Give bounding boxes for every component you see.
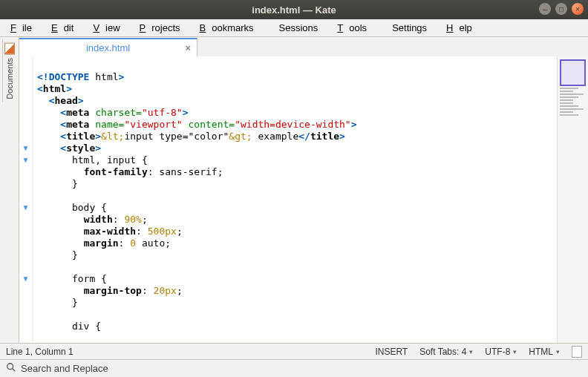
code-line: font-family: sans-serif; (37, 166, 552, 178)
fold-marker[interactable] (19, 309, 32, 321)
fold-marker[interactable] (19, 297, 32, 309)
code-line (37, 59, 552, 71)
menu-help[interactable]: Help (440, 21, 484, 35)
window-title: index.html — Kate (252, 4, 336, 16)
menu-sessions[interactable]: Sessions (267, 21, 330, 35)
svg-point-0 (7, 364, 13, 370)
code-line: <style> (37, 142, 552, 154)
code-line: <title>&lt;input type="color"&gt; exampl… (37, 131, 552, 142)
window-controls: – □ × (539, 3, 584, 15)
search-replace-bar[interactable]: Search and Replace (0, 359, 588, 377)
svg-line-1 (13, 369, 16, 372)
menu-file[interactable]: File (4, 21, 44, 35)
filetype[interactable]: HTML ▾ (529, 347, 560, 357)
tab-width[interactable]: Soft Tabs: 4 ▾ (419, 347, 473, 357)
search-icon (6, 362, 16, 375)
fold-marker[interactable] (19, 321, 32, 332)
fold-marker[interactable] (19, 178, 32, 190)
fold-gutter[interactable]: ▼▼▼▼ (19, 56, 33, 343)
fold-marker[interactable]: ▼ (19, 202, 32, 214)
code-line (37, 309, 552, 321)
fold-marker[interactable] (19, 95, 32, 107)
code-line: div { (37, 321, 552, 332)
edit-mode[interactable]: INSERT (375, 347, 408, 357)
code-line: max-width: 500px; (37, 226, 552, 237)
code-line: <meta charset="utf-8"> (37, 107, 552, 119)
code-area[interactable]: <!DOCTYPE html><html> <head> <meta chars… (33, 56, 557, 343)
menu-settings[interactable]: Settings (380, 21, 439, 35)
fold-marker[interactable]: ▼ (19, 273, 32, 285)
fold-marker[interactable] (19, 166, 32, 178)
menu-tools[interactable]: Tools (331, 21, 379, 35)
code-line: } (37, 178, 552, 190)
documents-panel-button[interactable]: Documents (2, 40, 16, 102)
code-line: width: 90%; (37, 214, 552, 226)
new-document-icon[interactable] (572, 346, 582, 358)
fold-marker[interactable] (19, 249, 32, 261)
code-line: <head> (37, 95, 552, 107)
fold-marker[interactable] (19, 131, 32, 142)
side-panel: Documents (0, 37, 19, 343)
tab-close-icon[interactable]: × (185, 42, 191, 53)
tabbar: index.html × (19, 37, 588, 56)
tab-label: index.html (86, 42, 130, 53)
menu-view[interactable]: View (87, 21, 131, 35)
menu-edit[interactable]: Edit (45, 21, 85, 35)
editor[interactable]: ▼▼▼▼ <!DOCTYPE html><html> <head> <meta … (19, 56, 588, 343)
fold-marker[interactable] (19, 214, 32, 226)
statusbar: Line 1, Column 1 INSERT Soft Tabs: 4 ▾ U… (0, 343, 588, 359)
fold-marker[interactable] (19, 107, 32, 119)
menu-projects[interactable]: Projects (134, 21, 192, 35)
fold-marker[interactable] (19, 83, 32, 95)
code-line: form { (37, 273, 552, 285)
code-line: body { (37, 202, 552, 214)
code-line (37, 261, 552, 273)
fold-marker[interactable] (19, 119, 32, 131)
fold-marker[interactable] (19, 71, 32, 83)
code-line: margin-top: 20px; (37, 285, 552, 297)
titlebar: index.html — Kate – □ × (0, 0, 588, 19)
close-button[interactable]: × (572, 3, 584, 15)
maximize-button[interactable]: □ (555, 3, 567, 15)
code-line: margin: 0 auto; (37, 237, 552, 249)
code-line: <!DOCTYPE html> (37, 71, 552, 83)
main-area: Documents index.html × ▼▼▼▼ <!DOCTYPE ht… (0, 37, 588, 343)
minimize-button[interactable]: – (539, 3, 551, 15)
code-line: } (37, 249, 552, 261)
search-label: Search and Replace (21, 363, 108, 374)
cursor-position[interactable]: Line 1, Column 1 (6, 347, 74, 357)
document-icon (4, 43, 15, 55)
fold-marker[interactable] (19, 226, 32, 237)
fold-marker[interactable]: ▼ (19, 142, 32, 154)
minimap-viewport[interactable] (560, 59, 586, 86)
fold-marker[interactable] (19, 285, 32, 297)
minimap[interactable] (557, 56, 588, 343)
code-line: <html> (37, 83, 552, 95)
code-line: <meta name="viewport" content="width=dev… (37, 119, 552, 131)
menu-bookmarks[interactable]: Bookmarks (194, 21, 266, 35)
tab-index-html[interactable]: index.html × (19, 38, 197, 56)
code-line: html, input { (37, 154, 552, 166)
encoding[interactable]: UTF-8 ▾ (485, 347, 517, 357)
code-line (37, 190, 552, 202)
fold-marker[interactable] (19, 237, 32, 249)
fold-marker[interactable] (19, 59, 32, 71)
fold-marker[interactable] (19, 261, 32, 273)
menubar: File Edit View Projects Bookmarks Sessio… (0, 19, 588, 37)
fold-marker[interactable] (19, 190, 32, 202)
fold-marker[interactable]: ▼ (19, 154, 32, 166)
code-line: } (37, 297, 552, 309)
